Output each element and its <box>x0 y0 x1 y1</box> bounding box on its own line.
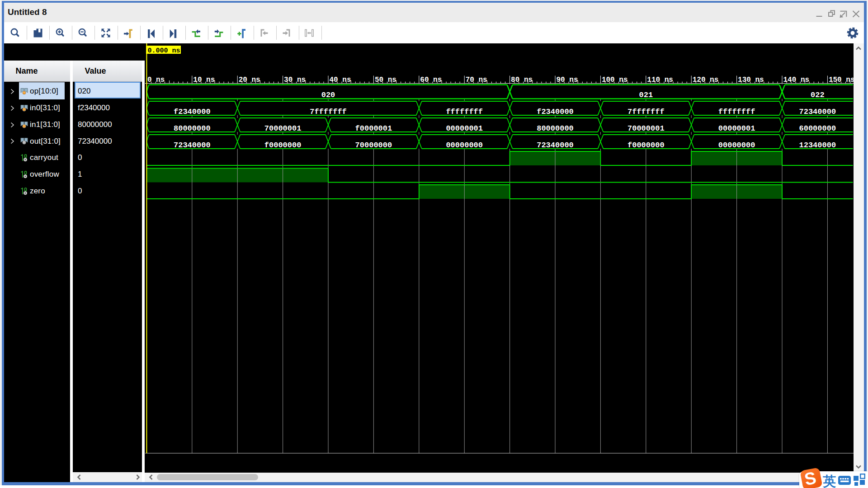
svg-text:150 ns: 150 ns <box>829 76 854 84</box>
svg-text:130 ns: 130 ns <box>738 76 764 84</box>
svg-text:f0000000: f0000000 <box>627 141 665 150</box>
svg-text:f0000000: f0000000 <box>264 141 302 150</box>
svg-text:60000000: 60000000 <box>799 124 836 133</box>
svg-text:7fffffff: 7fffffff <box>627 108 665 116</box>
svg-text:110 ns: 110 ns <box>647 76 673 84</box>
svg-text:00000001: 00000001 <box>446 124 483 133</box>
svg-text:f2340000: f2340000 <box>174 108 211 116</box>
svg-text:72340000: 72340000 <box>174 141 211 150</box>
svg-text:70000001: 70000001 <box>264 124 302 133</box>
svg-text:7fffffff: 7fffffff <box>310 108 347 116</box>
svg-text:00000000: 00000000 <box>446 141 483 150</box>
svg-text:022: 022 <box>811 91 825 99</box>
svg-text:00000001: 00000001 <box>718 124 755 133</box>
svg-text:30 ns: 30 ns <box>284 76 306 84</box>
svg-text:12340000: 12340000 <box>799 141 836 150</box>
svg-text:10 ns: 10 ns <box>193 76 215 84</box>
svg-text:70000001: 70000001 <box>627 124 665 133</box>
svg-text:021: 021 <box>639 91 653 99</box>
svg-text:140 ns: 140 ns <box>783 76 810 84</box>
svg-text:120 ns: 120 ns <box>693 76 719 84</box>
svg-text:f0000001: f0000001 <box>355 124 392 133</box>
svg-text:72340000: 72340000 <box>799 108 836 116</box>
svg-text:70 ns: 70 ns <box>466 76 487 84</box>
svg-text:f2340000: f2340000 <box>537 108 574 116</box>
svg-text:80000000: 80000000 <box>537 124 574 133</box>
svg-text:50 ns: 50 ns <box>375 76 396 84</box>
svg-text:80 ns: 80 ns <box>511 76 533 84</box>
svg-text:020: 020 <box>321 91 335 99</box>
svg-text:20 ns: 20 ns <box>239 76 260 84</box>
svg-text:80000000: 80000000 <box>174 124 211 133</box>
svg-text:40 ns: 40 ns <box>330 76 351 84</box>
svg-text:90 ns: 90 ns <box>557 76 578 84</box>
svg-text:70000000: 70000000 <box>355 141 392 150</box>
svg-text:100 ns: 100 ns <box>602 76 628 84</box>
svg-text:0.000 ns: 0.000 ns <box>148 47 180 55</box>
svg-text:72340000: 72340000 <box>537 141 574 150</box>
svg-text:ffffffff: ffffffff <box>718 108 755 116</box>
svg-text:60 ns: 60 ns <box>420 76 442 84</box>
svg-text:0 ns: 0 ns <box>147 76 165 84</box>
svg-text:ffffffff: ffffffff <box>446 108 483 116</box>
svg-text:00000000: 00000000 <box>718 141 755 150</box>
